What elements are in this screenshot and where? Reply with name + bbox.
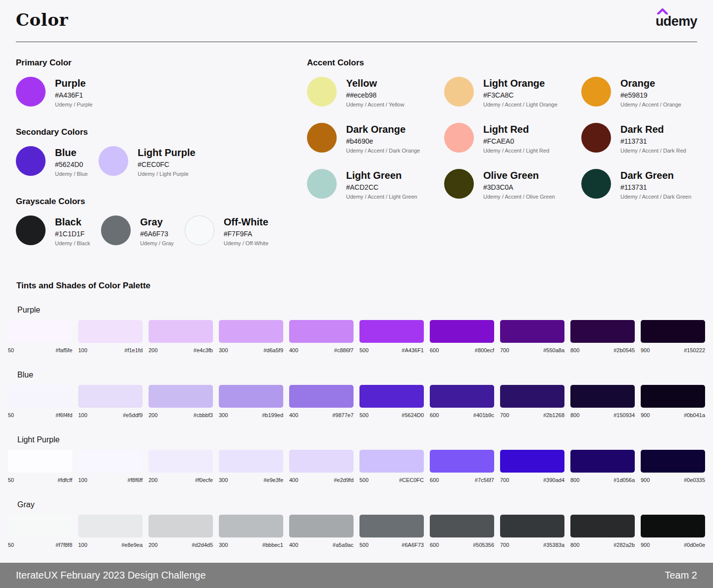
color-hex: #ACD2CC	[346, 183, 417, 191]
tint-hex-label: #e5ddf9	[123, 412, 143, 418]
color-swatch-circle	[581, 77, 611, 107]
color-token-path: Udemy / Gray	[140, 240, 174, 246]
accent-colors-grid: Yellow ##eceb98 Udemy / Accent / Yellow …	[307, 77, 697, 200]
color-meta: Olive Green #3D3C0A Udemy / Accent / Oli…	[483, 169, 555, 200]
tint-hex-label: #fdfcff	[57, 477, 72, 483]
tint-labels: 400 #e2d9fd	[289, 477, 354, 483]
tint-scale-label: 500	[359, 477, 368, 483]
tint-scale-label: 700	[500, 412, 509, 418]
primary-color-row: Purple #A436F1 Udemy / Purple	[16, 77, 307, 107]
tint-cell: 50 #fdfcff	[8, 450, 72, 483]
tint-labels: 400 #a5a9ac	[289, 542, 354, 548]
color-meta: Purple #A436F1 Udemy / Purple	[55, 77, 93, 107]
tint-swatch	[289, 320, 354, 343]
color-meta: Dark Green #113731 Udemy / Accent / Dark…	[620, 169, 691, 200]
color-hex: #FCAEA0	[483, 137, 549, 145]
color-meta: Light Red #FCAEA0 Udemy / Accent / Light…	[483, 123, 549, 154]
tint-cell: 400 #9877e7	[289, 385, 354, 418]
tint-row-name: Purple	[17, 305, 705, 316]
tint-cell: 800 #2b0545	[570, 320, 635, 353]
color-meta: Blue #5624D0 Udemy / Blue	[55, 146, 88, 177]
tint-row: Purple 50 #faf5fe	[8, 305, 705, 353]
tint-hex-label: #401b9c	[473, 412, 494, 418]
tint-scale-label: 600	[430, 412, 439, 418]
tint-hex-label: #f7f8f8	[55, 542, 72, 548]
tint-hex-label: #0d0e0e	[684, 542, 705, 548]
tint-swatch	[8, 385, 72, 408]
tint-labels: 900 #150222	[641, 347, 705, 353]
tint-scale-label: 900	[641, 477, 650, 483]
tint-swatch	[570, 320, 635, 343]
tint-scale-label: 800	[570, 412, 579, 418]
color-swatch-circle	[307, 77, 337, 107]
tint-cell: 600 #401b9c	[430, 385, 494, 418]
tint-labels: 200 #cbbbf3	[149, 412, 213, 418]
tint-scale-label: 50	[8, 412, 14, 418]
color-meta: Black #1C1D1F Udemy / Black	[55, 215, 90, 246]
color-swatch-circle	[185, 215, 214, 245]
tint-cell: 300 #e9e3fe	[219, 450, 283, 483]
tint-swatch	[641, 515, 705, 537]
color-swatch-circle	[99, 146, 128, 176]
tints-heading: Tints and Shades of Color Palette	[16, 281, 705, 291]
tint-swatch	[641, 320, 705, 343]
tint-swatch	[570, 450, 635, 473]
color-swatch-circle	[16, 77, 46, 107]
color-token-path: Udemy / Accent / Dark Green	[620, 194, 691, 200]
tint-swatch	[8, 515, 72, 537]
tint-hex-label: #800ecf	[475, 347, 494, 353]
tint-hex-label: #d2d4d5	[192, 542, 213, 548]
tint-scale-label: 50	[8, 347, 14, 353]
color-name: Black	[55, 216, 90, 228]
tint-labels: 500 #CEC0FC	[359, 477, 424, 483]
tint-scale-label: 400	[289, 542, 298, 548]
color-hex: #b4690e	[346, 137, 420, 145]
tint-hex-label: #b199ed	[262, 412, 283, 418]
tint-swatch	[430, 320, 494, 343]
footer-challenge-title: IterateUX February 2023 Design Challenge	[16, 570, 206, 581]
tint-cell: 900 #0b041a	[641, 385, 705, 418]
tint-hex-label: #550a8a	[543, 347, 564, 353]
color-name: Dark Red	[620, 123, 686, 135]
tint-labels: 50 #f7f8f8	[8, 542, 72, 548]
color-hex: #6A6F73	[140, 230, 174, 238]
color-item: Light Green #ACD2CC Udemy / Accent / Lig…	[307, 169, 444, 200]
tint-labels: 600 #401b9c	[430, 412, 494, 418]
color-meta: Orange #e59819 Udemy / Accent / Orange	[620, 77, 681, 107]
tint-scale-label: 300	[219, 347, 228, 353]
tint-swatch	[149, 320, 213, 343]
color-meta: Yellow ##eceb98 Udemy / Accent / Yellow	[346, 77, 404, 107]
color-hex: #3D3C0A	[483, 183, 555, 191]
tint-cell: 800 #1d056a	[570, 450, 635, 483]
tint-cell: 200 #f0ecfe	[149, 450, 213, 483]
color-item: Gray #6A6F73 Udemy / Gray	[101, 215, 174, 246]
tint-labels: 100 #e5ddf9	[78, 412, 143, 418]
color-token-path: Udemy / Accent / Light Green	[346, 194, 417, 200]
tint-scale-label: 800	[570, 542, 579, 548]
color-hex: ##eceb98	[346, 91, 404, 99]
tint-cell: 700 #35383a	[500, 515, 564, 548]
tint-hex-label: #0e0335	[684, 477, 705, 483]
tint-labels: 500 #5624D0	[359, 412, 424, 418]
tint-cell: 300 #bbbec1	[219, 515, 283, 548]
tint-labels: 700 #390ad4	[500, 477, 564, 483]
tint-swatch	[500, 450, 564, 473]
tint-cell: 500 #5624D0	[359, 385, 424, 418]
tint-labels: 50 #fdfcff	[8, 477, 72, 483]
tint-scale-label: 900	[641, 412, 650, 418]
tint-labels: 300 #b199ed	[219, 412, 283, 418]
color-name: Light Orange	[483, 77, 558, 89]
tint-cell: 200 #cbbbf3	[149, 385, 213, 418]
color-name: Olive Green	[483, 169, 555, 181]
tint-row: Light Purple 50 #fdfcff	[8, 434, 705, 483]
tint-cell: 700 #2b1268	[500, 385, 564, 418]
color-name: Yellow	[346, 77, 404, 89]
color-name: Blue	[55, 147, 88, 159]
accent-colors-column: Accent Colors Yellow ##eceb98 Udemy / Ac…	[307, 42, 697, 246]
tint-cell: 500 #CEC0FC	[359, 450, 424, 483]
color-item: Dark Red #113731 Udemy / Accent / Dark R…	[581, 123, 697, 154]
tint-cell: 50 #faf5fe	[8, 320, 72, 353]
color-item: Yellow ##eceb98 Udemy / Accent / Yellow	[307, 77, 444, 107]
tint-cell: 100 #f1e1fd	[78, 320, 143, 353]
color-token-path: Udemy / Accent / Light Orange	[483, 102, 558, 107]
